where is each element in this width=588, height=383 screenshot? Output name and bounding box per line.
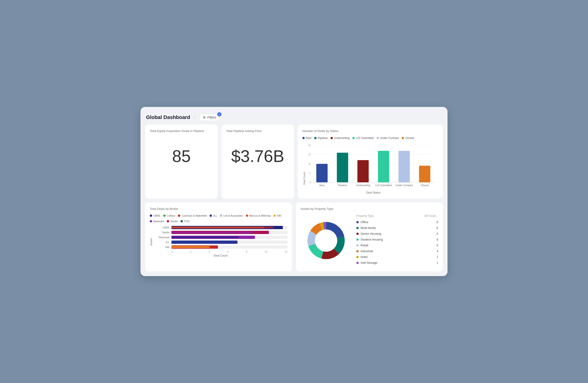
broker-bar-row: JLL (154, 241, 288, 244)
broker-legend-item: CBRE (150, 214, 161, 217)
broker-legend-item: Marcus & Millichap (246, 214, 271, 217)
filter-button[interactable]: ⚙ Filters 4 (199, 114, 220, 121)
svg-rect-14 (357, 160, 369, 182)
broker-legend-item: Lee & Associates (220, 214, 243, 217)
broker-title: Total Deals by Broker (150, 207, 288, 211)
svg-text:LOI Submitted: LOI Submitted (376, 184, 392, 187)
property-table-row: Industrial 4 (356, 249, 438, 253)
broker-bar-row: CBRE (154, 226, 288, 229)
broker-bar-row: NAI (154, 245, 288, 249)
header: Global Dashboard ☆ ⚙ Filters 4 (145, 112, 443, 125)
svg-rect-16 (378, 151, 389, 182)
equity-deals-value: 85 (150, 147, 213, 166)
status-legend: NewPipelineUnderwritingLOI SubmittedUnde… (302, 136, 438, 140)
broker-legend-item: Colliers (163, 214, 175, 217)
svg-text:0: 0 (309, 181, 311, 184)
dashboard-container: Global Dashboard ☆ ⚙ Filters 4 Total Equ… (141, 107, 447, 276)
property-table-row: Senior Housing 6 (356, 232, 438, 235)
property-table-row: Student Housing 6 (356, 238, 438, 241)
pipeline-price-value: $3.76B (226, 147, 289, 166)
broker-bar-row: Newmark (154, 236, 288, 239)
broker-x-axis-title: Deal Count (154, 254, 288, 257)
page-title: Global Dashboard (146, 114, 190, 120)
status-y-axis-label: Deal Count (303, 143, 306, 185)
equity-deals-title: Total Equity Acquisition Deals in Pipeli… (150, 129, 213, 133)
legend-item: New (302, 136, 312, 140)
deals-by-broker-card: Total Deals by Broker CBREColliersCushma… (145, 202, 292, 271)
property-table-row: Multi-family 6 (356, 226, 438, 230)
property-rows: Office 8 Multi-family 6 Senior Housing 6… (356, 220, 438, 265)
broker-legend-item: Cushman & Wakefield (178, 214, 207, 217)
bottom-grid: Total Deals by Broker CBREColliersCushma… (145, 202, 443, 271)
donut-section: Property Type DP Asset... Office 8 Multi… (300, 214, 438, 267)
svg-text:Underwriting: Underwriting (356, 184, 370, 187)
svg-text:5: 5 (309, 172, 311, 174)
svg-text:New: New (319, 184, 324, 187)
legend-item: Under Contract (377, 136, 399, 140)
svg-rect-12 (337, 153, 348, 182)
broker-bar-row: Savills (154, 231, 288, 234)
pipeline-price-title: Total Pipeline Asking Price (226, 129, 289, 133)
assets-by-type-card: Assets by Property Type Property Type DP… (296, 202, 443, 271)
legend-item: Closed (402, 136, 414, 140)
svg-text:20: 20 (308, 144, 311, 147)
legend-item: Pipeline (314, 136, 328, 140)
donut-chart (300, 217, 352, 264)
deals-by-status-card: Number of Deals by Status NewPipelineUnd… (298, 125, 443, 199)
broker-legend-item: TCN (181, 220, 189, 223)
property-table-row: Self-Storage 1 (356, 261, 438, 265)
property-table-row: Hotel 1 (356, 255, 438, 259)
legend-item: LOI Submitted (352, 136, 374, 140)
property-table: Property Type DP Asset... Office 8 Multi… (356, 214, 438, 267)
broker-legend-item: JLL (210, 214, 217, 217)
svg-text:10: 10 (308, 163, 311, 165)
svg-rect-18 (399, 151, 410, 182)
legend-item: Underwriting (331, 136, 350, 140)
svg-rect-20 (419, 166, 431, 182)
property-table-row: Office 8 (356, 220, 438, 224)
deals-by-status-title: Number of Deals by Status (302, 129, 438, 133)
broker-hbar-chart: CBRESavillsNewmarkJLLNAI024681012Deal Co… (154, 226, 288, 257)
status-bar-chart: 05101520NewPipelineUnderwritingLOI Submi… (302, 143, 438, 194)
broker-y-axis-label: Broker (150, 226, 153, 257)
broker-legend-item: Savills (167, 220, 178, 223)
property-table-header: Property Type DP Asset... (356, 214, 438, 218)
svg-text:Under Contract: Under Contract (395, 184, 413, 187)
pipeline-price-card: Total Pipeline Asking Price $3.76B (221, 125, 294, 199)
donut-svg (303, 217, 349, 264)
svg-text:15: 15 (308, 153, 311, 156)
broker-legend-item: Newmark (150, 220, 164, 223)
svg-text:Deal Status: Deal Status (366, 191, 380, 194)
assets-title: Assets by Property Type (300, 207, 438, 211)
svg-text:Pipeline: Pipeline (338, 184, 347, 187)
filter-icon: ⚙ (203, 115, 206, 119)
svg-rect-10 (316, 164, 328, 182)
favorite-icon[interactable]: ☆ (193, 115, 197, 120)
filter-count-badge: 4 (217, 112, 221, 116)
property-table-row: Retail 5 (356, 244, 438, 247)
top-grid: Total Equity Acquisition Deals in Pipeli… (145, 125, 443, 199)
equity-deals-card: Total Equity Acquisition Deals in Pipeli… (145, 125, 218, 199)
broker-legend: CBREColliersCushman & WakefieldJLLLee & … (150, 214, 288, 223)
svg-text:Closed: Closed (421, 184, 429, 187)
broker-legend-item: NAI (273, 214, 281, 217)
